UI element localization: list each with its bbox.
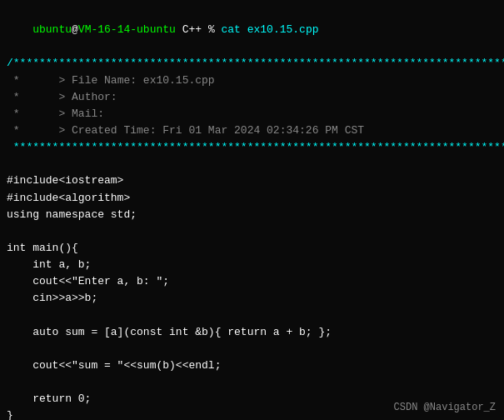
int-ab: int a, b; (7, 257, 497, 273)
blank-2 (7, 223, 497, 240)
include-algorithm: #include<algorithm> (7, 190, 497, 207)
blank-5 (7, 374, 497, 391)
using-namespace: using namespace std; (7, 207, 497, 223)
blank-3 (7, 308, 497, 324)
cout-sum: cout<<"sum = "<<sum(b)<<endl; (7, 358, 497, 374)
auto-sum: auto sum = [a](const int &b){ return a +… (7, 324, 497, 341)
include-iostream: #include<iostream> (7, 172, 497, 189)
cout-enter: cout<<"Enter a, b: "; (7, 273, 497, 290)
comment-author: * > Author: (7, 89, 497, 106)
stars-bottom: ****************************************… (7, 139, 497, 156)
command-1: cat ex10.15.cpp (221, 23, 318, 36)
blank-1 (7, 156, 497, 172)
main-open: int main(){ (7, 240, 497, 257)
prompt-user: ubuntu (32, 23, 72, 36)
prompt-host: VM-16-14-ubuntu (78, 23, 176, 36)
cin-ab: cin>>a>>b; (7, 290, 497, 307)
prompt-at: @ (72, 23, 78, 36)
comment-filename: * > File Name: ex10.15.cpp (7, 72, 497, 89)
prompt-rest: C++ % (176, 23, 222, 36)
csdn-label: CSDN @Navigator_Z (394, 402, 496, 413)
stars-top: /***************************************… (7, 55, 497, 72)
comment-mail: * > Mail: (7, 106, 497, 122)
terminal-window: ubuntu@VM-16-14-ubuntu C++ % cat ex10.15… (0, 0, 504, 420)
blank-4 (7, 341, 497, 358)
comment-created: * > Created Time: Fri 01 Mar 2024 02:34:… (7, 122, 497, 139)
prompt-line-1: ubuntu@VM-16-14-ubuntu C++ % cat ex10.15… (7, 5, 497, 55)
